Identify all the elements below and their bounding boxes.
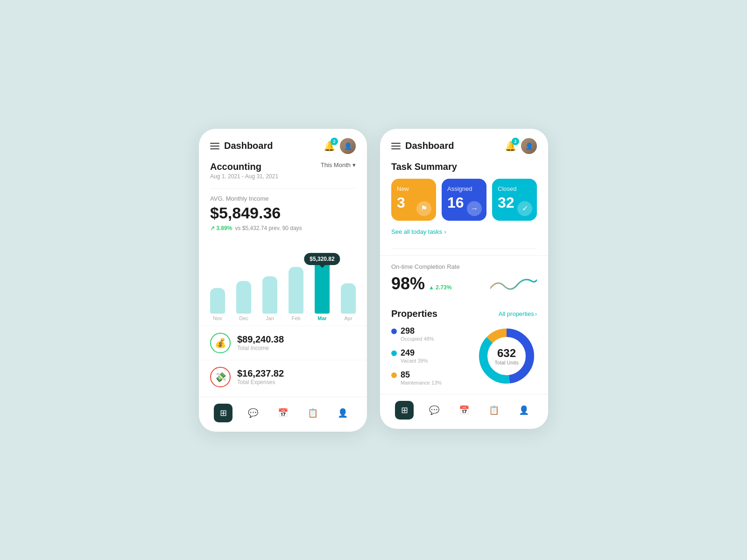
right-notification-button[interactable]: 🔔 2 [505, 140, 516, 152]
right-divider [391, 248, 537, 249]
month-label-nov: Nov [206, 315, 229, 321]
right-nav-chat[interactable]: 💬 [425, 401, 444, 420]
bar-group-feb [285, 253, 307, 314]
chart-bar-apr [341, 283, 356, 314]
nav-calendar[interactable]: 📅 [274, 404, 292, 422]
right-notification-badge: 2 [512, 138, 519, 145]
nav-notes[interactable]: 📋 [303, 404, 322, 422]
right-nav-notes[interactable]: 📋 [485, 401, 503, 420]
completion-trend: ▲ 2.73% [429, 284, 451, 291]
bar-chart: $5,320.82 [199, 239, 367, 314]
date-range: Aug 1, 2021 - Aug 31, 2021 [210, 173, 278, 180]
left-header-title: Dashboard [224, 140, 273, 151]
completion-pct: 98% [391, 274, 425, 294]
legend-item: 85 Maintenance 13% [391, 370, 469, 385]
task-cards: New 3 ⚑ Assigned 16 → Closed 32 ✓ [380, 179, 548, 228]
donut-chart: 632 Total Units [476, 326, 537, 386]
chart-tooltip: $5,320.82 [304, 253, 340, 265]
wave-chart [490, 274, 537, 293]
nav-dashboard[interactable]: ⊞ [214, 404, 233, 422]
task-card-new[interactable]: New 3 ⚑ [391, 179, 436, 221]
task-card-closed[interactable]: Closed 32 ✓ [492, 179, 537, 221]
filter-button[interactable]: This Month ▾ [321, 161, 356, 168]
nav-profile[interactable]: 👤 [333, 404, 352, 422]
stat-row: 💸 $16,237.82 Total Expenses [199, 360, 367, 394]
legend-dot [391, 372, 397, 378]
right-avatar[interactable]: 👤 [521, 138, 537, 154]
chart-bar-feb [289, 267, 303, 314]
properties-title: Properties [391, 308, 437, 319]
month-label-mar: Mar [311, 315, 333, 321]
bar-group-nov [206, 253, 229, 314]
donut-center: 632 Total Units [494, 347, 518, 365]
notification-button[interactable]: 🔔 2 [324, 140, 335, 152]
task-card-assigned[interactable]: Assigned 16 → [442, 179, 486, 221]
trend-pct: ↗ 3.89% [210, 225, 232, 231]
right-nav-profile[interactable]: 👤 [514, 401, 533, 420]
bar-chart-wrapper: $5,320.82 NovDecJanFebMarApr [199, 239, 367, 326]
all-properties-link[interactable]: All properties › [499, 310, 537, 317]
left-phone: Dashboard 🔔 2 👤 Accounting Aug 1, 2021 -… [199, 129, 367, 432]
bar-group-apr [337, 253, 359, 314]
month-label-dec: Dec [233, 315, 255, 321]
month-label-apr: Apr [337, 315, 359, 321]
right-nav-dashboard[interactable]: ⊞ [395, 401, 414, 420]
menu-icon[interactable] [210, 143, 219, 149]
chart-bar-nov [210, 288, 225, 314]
task-label: Closed [498, 185, 531, 192]
properties-section: Properties All properties › 298 Occupied… [380, 301, 548, 391]
task-label: Assigned [447, 185, 481, 192]
legend-item: 249 Vacant 39% [391, 348, 469, 364]
legend-sub: Maintenance 13% [401, 380, 469, 385]
donut-total: 632 [494, 347, 518, 360]
avg-income-label: AVG. Monthly Income [199, 195, 367, 204]
legend-list: 298 Occupied 48% 249 Vacant 39% 85 Maint… [391, 326, 469, 385]
chart-bar-jan [262, 276, 277, 314]
stat-row: 💰 $89,240.38 Total Income [199, 326, 367, 360]
divider [210, 188, 356, 189]
right-header-title: Dashboard [405, 140, 454, 151]
bar-group-mar: $5,320.82 [311, 253, 333, 314]
avatar[interactable]: 👤 [340, 138, 356, 154]
stats-section: 💰 $89,240.38 Total Income 💸 $16,237.82 T… [199, 326, 367, 394]
task-label: New [397, 185, 430, 192]
month-label-jan: Jan [259, 315, 281, 321]
left-bottom-nav: ⊞ 💬 📅 📋 👤 [199, 397, 367, 432]
bar-group-jan [259, 253, 281, 314]
properties-content: 298 Occupied 48% 249 Vacant 39% 85 Maint… [391, 326, 537, 386]
right-nav-calendar[interactable]: 📅 [455, 401, 473, 420]
legend-dot [391, 350, 397, 356]
legend-sub: Vacant 39% [401, 358, 469, 364]
stat-amount: $16,237.82 [237, 368, 284, 379]
screens-container: Dashboard 🔔 2 👤 Accounting Aug 1, 2021 -… [199, 129, 548, 432]
task-summary-title: Task Summary [380, 161, 548, 179]
legend-dot [391, 329, 397, 334]
accounting-section-header: Accounting Aug 1, 2021 - Aug 31, 2021 Th… [199, 161, 367, 182]
bar-group-dec [233, 253, 255, 314]
chart-months: NovDecJanFebMarApr [199, 315, 367, 326]
avg-monthly-income: $5,849.36 [199, 204, 367, 225]
stat-amount: $89,240.38 [237, 334, 284, 345]
donut-subtitle: Total Units [494, 360, 518, 365]
legend-item: 298 Occupied 48% [391, 326, 469, 342]
chart-bar-dec [236, 281, 251, 314]
stat-label: Total Expenses [237, 379, 284, 385]
right-bottom-nav: ⊞ 💬 📅 📋 👤 [380, 394, 548, 429]
right-phone: Dashboard 🔔 2 👤 Task Summary New 3 ⚑ Ass… [380, 129, 548, 429]
task-card-icon: ✓ [517, 201, 532, 216]
legend-value: 85 [401, 370, 410, 380]
right-menu-icon[interactable] [391, 143, 401, 149]
stat-label: Total Income [237, 345, 284, 351]
completion-label: On-time Completion Rate [391, 263, 537, 270]
see-all-tasks-link[interactable]: See all today tasks › [380, 228, 548, 242]
stat-icon: 💸 [210, 367, 231, 387]
left-header: Dashboard 🔔 2 👤 [199, 129, 367, 161]
task-card-icon: ⚑ [416, 201, 431, 216]
nav-chat[interactable]: 💬 [244, 404, 262, 422]
legend-value: 249 [401, 348, 415, 358]
stat-icon: 💰 [210, 333, 231, 353]
legend-sub: Occupied 48% [401, 336, 469, 342]
notification-badge: 2 [331, 138, 338, 145]
month-label-feb: Feb [285, 315, 307, 321]
trend-vs: vs $5,432.74 prev. 90 days [235, 225, 302, 231]
